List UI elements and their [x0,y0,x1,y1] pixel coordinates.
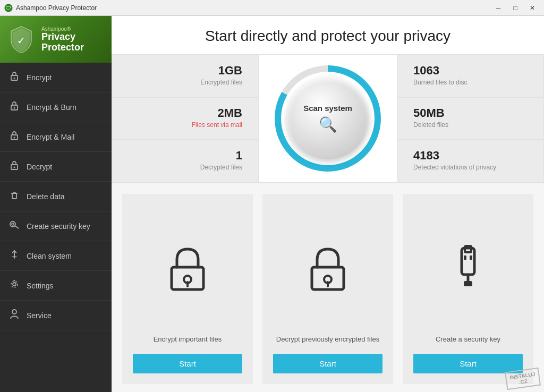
sidebar-item-encrypt[interactable]: Encrypt [0,63,112,92]
encrypt-burn-icon [8,100,20,114]
main-header: Start directly and protect your privacy [112,16,544,55]
scan-center: Scan system 🔍 [259,55,397,182]
encrypt-mail-icon [8,130,20,144]
stat-burned-files-label: Burned files to disc [413,79,531,86]
titlebar: 🛡 Ashampoo Privacy Protector ─ □ ✕ [0,0,544,16]
main-content: Start directly and protect your privacy … [112,16,544,392]
decrypt-icon [8,159,20,174]
stat-privacy-violations: 4183 Detected violations of privacy [397,140,544,182]
encrypt-card-start-button[interactable]: Start [133,354,242,373]
page-title: Start directly and protect your privacy [128,28,528,45]
service-icon [8,308,20,322]
svg-text:✓: ✓ [17,35,26,46]
stat-deleted-files-value: 50MB [413,106,531,120]
sidebar-item-clean-system[interactable]: Clean system [0,241,112,271]
svg-rect-28 [464,255,466,260]
svg-text:🛡: 🛡 [6,5,11,11]
stat-encrypted-files-label: Encrypted files [125,79,242,86]
sidebar-item-encrypt-mail-label: Encrypt & Mail [27,133,74,141]
usb-drive-icon [452,245,484,293]
sidebar-item-delete-data-label: Delete data [27,192,65,201]
svg-point-19 [12,310,16,314]
decrypt-card: Decrypt previously encrypted files Start [262,194,393,384]
encrypt-card-icon-wrap [166,210,209,328]
logo-text: Ashampoo® Privacy Protector [41,26,84,53]
scan-button-wrap: Scan system 🔍 [275,65,381,172]
sidebar-item-settings[interactable]: Settings [0,271,112,301]
sidebar-item-encrypt-burn-label: Encrypt & Burn [27,103,76,112]
logo-name: Privacy Protector [41,32,84,53]
decrypt-card-label: Decrypt previously encrypted files [276,335,379,343]
stat-deleted-files: 50MB Deleted files [397,97,544,140]
close-button[interactable]: ✕ [525,3,540,13]
sidebar-item-service-label: Service [27,311,52,320]
encrypt-card: Encrypt important files Start [122,194,253,384]
clean-system-icon [8,249,20,263]
titlebar-title: Ashampoo Privacy Protector [16,4,491,12]
encrypt-card-label: Encrypt important files [154,335,222,343]
sidebar-item-create-security-key-label: Create security key [27,222,90,231]
scan-ring: Scan system 🔍 [275,65,381,172]
stats-grid: 1GB Encrypted files Scan system 🔍 [112,55,544,183]
sidebar-nav: Encrypt Encrypt & Burn Encrypt & Mail [0,63,112,392]
sidebar-item-clean-system-label: Clean system [27,252,72,260]
scan-label: Scan system [303,104,352,113]
sidebar-item-decrypt-label: Decrypt [27,163,52,171]
lock-icon [8,70,20,84]
sidebar-item-create-security-key[interactable]: Create security key [0,211,112,241]
stat-burned-files-value: 1063 [413,64,531,78]
scan-ring-inner: Scan system 🔍 [281,72,375,165]
svg-rect-11 [12,193,16,199]
cards-section: Encrypt important files Start Decrypt pr… [112,183,544,392]
sidebar-item-delete-data[interactable]: Delete data [0,182,112,211]
stat-decrypted-files: 1 Decrypted files [112,140,259,182]
scan-button[interactable]: Scan system 🔍 [287,78,369,160]
svg-point-10 [14,167,15,168]
stat-burned-files: 1063 Burned files to disc [397,55,544,97]
svg-point-4 [14,78,15,79]
security-key-card-label: Create a security key [436,335,500,343]
stat-encrypted-files-value: 1GB [125,64,242,78]
stat-privacy-violations-label: Detected violations of privacy [413,164,531,171]
stat-privacy-violations-value: 4183 [413,149,531,163]
decrypt-card-icon-wrap [307,210,349,328]
magnifier-icon: 🔍 [319,116,337,133]
logo-shield-icon: ✓ [7,25,35,53]
maximize-button[interactable]: □ [508,3,523,13]
svg-point-6 [14,107,15,109]
sidebar-item-settings-label: Settings [27,282,54,290]
watermark: INSTALUJ .CZ [506,370,540,388]
security-key-card-icon-wrap [452,210,484,328]
decrypt-card-start-button[interactable]: Start [273,354,382,373]
svg-point-18 [11,281,18,287]
watermark-box: INSTALUJ .CZ [505,368,541,390]
stat-deleted-files-label: Deleted files [413,121,531,129]
delete-data-icon [8,189,20,203]
stat-files-sent: 2MB Files sent via mail [112,97,259,140]
settings-icon [8,278,20,293]
open-lock-icon [307,245,349,293]
svg-line-14 [15,226,19,228]
stat-decrypted-files-label: Decrypted files [125,164,242,171]
app-icon: 🛡 [4,4,13,12]
create-security-key-icon [8,219,20,233]
sidebar-item-encrypt-mail[interactable]: Encrypt & Mail [0,122,112,152]
sidebar-item-decrypt[interactable]: Decrypt [0,152,112,182]
stat-encrypted-files: 1GB Encrypted files [112,55,259,97]
sidebar-logo: ✓ Ashampoo® Privacy Protector [0,16,112,63]
svg-point-13 [10,221,15,227]
minimize-button[interactable]: ─ [491,3,506,13]
sidebar-item-encrypt-burn[interactable]: Encrypt & Burn [0,92,112,122]
security-key-card: Create a security key Start [403,194,533,384]
sidebar-item-service[interactable]: Service [0,301,112,330]
sidebar-item-encrypt-label: Encrypt [27,73,52,82]
stat-files-sent-value: 2MB [125,106,242,120]
svg-point-17 [13,283,16,286]
titlebar-controls: ─ □ ✕ [491,3,540,13]
stat-decrypted-files-value: 1 [125,149,242,163]
svg-rect-31 [464,281,472,286]
svg-rect-29 [470,255,472,260]
app-body: ✓ Ashampoo® Privacy Protector Encrypt [0,16,544,392]
stat-files-sent-label: Files sent via mail [125,121,242,129]
sidebar: ✓ Ashampoo® Privacy Protector Encrypt [0,16,112,392]
